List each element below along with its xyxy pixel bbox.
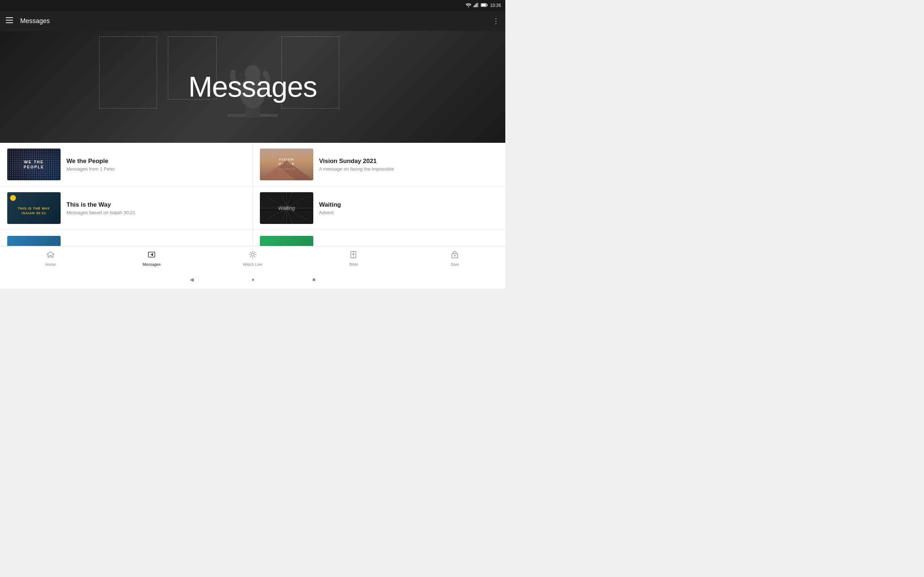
wifi-icon	[465, 3, 472, 8]
svg-rect-7	[481, 4, 486, 6]
nav-label-home: Home	[45, 262, 56, 266]
bible-icon	[350, 251, 358, 261]
signal-icon	[473, 3, 478, 8]
status-icons: 10:26	[465, 3, 501, 8]
hero-title: Messages	[188, 70, 317, 103]
nav-item-bible[interactable]: Bible	[303, 251, 404, 266]
more-options-icon[interactable]: ⋮	[492, 16, 499, 25]
back-button[interactable]: ◀	[190, 277, 194, 282]
hero-banner: Messages	[0, 31, 505, 143]
app-bar-title: Messages	[20, 17, 492, 25]
list-item[interactable]: WE THEPEOPLE We the People Messages from…	[0, 143, 253, 187]
nav-label-bible: Bible	[349, 262, 358, 266]
nav-item-give[interactable]: Give	[404, 251, 505, 266]
message-info: Vision Sunday 2021 A message on facing t…	[319, 158, 498, 172]
message-info: We the People Messages from 1 Peter	[66, 158, 246, 172]
svg-rect-8	[487, 4, 488, 6]
nav-item-home[interactable]: Home	[0, 251, 101, 266]
system-nav: ◀ ● ■	[0, 271, 505, 288]
svg-point-30	[251, 253, 254, 256]
message-info: This is the Way Messages based on Isaiah…	[66, 201, 246, 215]
message-subtitle: Messages from 1 Peter	[66, 166, 246, 172]
thumbnail-waiting: Waiting	[260, 192, 313, 224]
message-subtitle: Messages based on Isaiah 30:21	[66, 210, 246, 215]
status-bar: 10:26	[0, 0, 505, 11]
nav-item-messages[interactable]: Messages	[101, 251, 202, 266]
svg-marker-29	[150, 253, 153, 256]
message-info: Waiting Advent	[319, 201, 498, 215]
battery-icon	[481, 3, 488, 8]
nav-item-watch-live[interactable]: Watch Live	[202, 251, 303, 266]
svg-rect-11	[6, 23, 13, 23]
message-subtitle: Advent	[319, 210, 498, 215]
list-item[interactable]: Waiting Waiting Advent	[253, 187, 505, 230]
thumbnail-we-the-people: WE THEPEOPLE	[7, 148, 61, 180]
message-title: Vision Sunday 2021	[319, 158, 498, 165]
messages-icon	[148, 251, 155, 261]
list-item[interactable]: THIS IS THE WAYISAIAH 30:21 This is the …	[0, 187, 253, 230]
nav-label-watch-live: Watch Live	[243, 262, 262, 266]
svg-rect-2	[475, 5, 475, 7]
message-title: This is the Way	[66, 201, 246, 208]
svg-rect-5	[478, 3, 478, 7]
app-bar: Messages ⋮	[0, 11, 505, 31]
nav-label-messages: Messages	[142, 262, 161, 266]
recent-button[interactable]: ■	[313, 277, 315, 282]
nav-label-give: Give	[451, 262, 459, 266]
tiw-text: THIS IS THE WAYISAIAH 30:21	[18, 206, 50, 215]
message-title: We the People	[66, 158, 246, 165]
thumbnail-vision: VISIONOF THECHURCH	[260, 148, 313, 180]
bottom-nav: Home Messages Watch Live	[0, 246, 505, 271]
svg-rect-3	[476, 3, 477, 7]
home-button[interactable]: ●	[252, 277, 254, 282]
watch-live-icon	[249, 251, 257, 261]
svg-rect-9	[6, 17, 13, 18]
grid-divider	[253, 143, 253, 256]
svg-point-0	[468, 6, 469, 7]
message-title: Waiting	[319, 201, 498, 208]
status-time: 10:26	[490, 3, 501, 8]
svg-rect-1	[473, 6, 474, 7]
list-item[interactable]: VISIONOF THECHURCH Vision Sunday 2021 A …	[253, 143, 505, 187]
home-icon	[47, 251, 55, 261]
svg-rect-10	[6, 20, 13, 21]
menu-icon[interactable]	[6, 17, 13, 25]
wtp-text: WE THEPEOPLE	[24, 160, 44, 170]
message-subtitle: A message on facing the impossible	[319, 166, 498, 172]
thumbnail-this-is-way: THIS IS THE WAYISAIAH 30:21	[7, 192, 61, 224]
dashed-rect-1	[99, 36, 157, 108]
svg-rect-4	[477, 3, 478, 7]
give-icon	[451, 251, 459, 261]
